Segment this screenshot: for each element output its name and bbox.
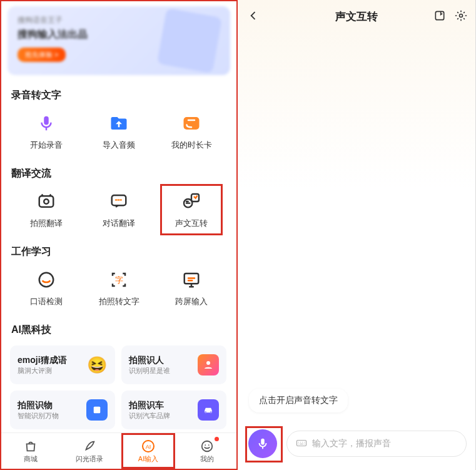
highlight-frame-icon — [245, 426, 283, 462]
card-sub: 智能识别万物 — [18, 411, 59, 421]
section-ai: AI黑科技 — [1, 316, 236, 345]
tab-quotes[interactable]: 闪光语录 — [60, 433, 119, 469]
section-record: 录音转文字 开始录音 导入音频 我的时长卡 — [1, 81, 236, 160]
card-sub: 脑洞大评测 — [18, 366, 67, 375]
section-title: AI黑科技 — [11, 324, 228, 337]
banner-cta-button[interactable]: 抢先体验 > — [18, 48, 66, 62]
tab-label: 闪光语录 — [76, 454, 103, 464]
svg-point-13 — [202, 441, 213, 451]
smile-icon — [200, 439, 215, 454]
keyboard-icon — [296, 437, 307, 451]
card-title: 拍照识人 — [129, 355, 170, 366]
start-record-button[interactable]: 开始录音 — [10, 107, 83, 156]
folder-icon — [106, 111, 131, 136]
card-sub: 识别明星是谁 — [129, 366, 170, 375]
gear-icon[interactable] — [454, 9, 468, 23]
screen-icon — [179, 267, 204, 292]
feather-icon — [82, 439, 97, 454]
bottom-tabbar: 商城 闪光语录 AI AI输入 我的 — [1, 432, 236, 469]
input-bar: 输入文字，播报声音 — [238, 426, 475, 461]
tab-mall[interactable]: 商城 — [1, 433, 60, 469]
highlight-frame-icon — [160, 184, 223, 235]
emoji-game-card[interactable]: emoji猜成语 脑洞大评测 😆 — [10, 345, 115, 384]
car-icon — [198, 399, 219, 421]
object-recog-card[interactable]: 拍照识物 智能识别万物 — [10, 391, 115, 429]
svg-point-6 — [39, 273, 54, 287]
input-placeholder: 输入文字，播报声音 — [312, 438, 391, 449]
import-audio-button[interactable]: 导入音频 — [83, 107, 155, 156]
section-title: 录音转文字 — [11, 89, 228, 102]
dialog-translate-button[interactable]: 对话翻译 — [83, 185, 155, 234]
svg-rect-14 — [435, 11, 443, 19]
cube-icon — [86, 399, 108, 421]
person-icon — [198, 354, 219, 375]
svg-point-9 — [206, 361, 210, 365]
section-title: 翻译交流 — [11, 167, 228, 180]
promo-banner[interactable]: 搜狗语音王子 搜狗输入法出品 抢先体验 > — [8, 6, 230, 75]
item-label: 对话翻译 — [103, 218, 135, 229]
item-label: 拍照转文字 — [99, 296, 139, 307]
conversation-area: 点击开启声音转文字 — [238, 33, 475, 420]
speaking-test-button[interactable]: 口语检测 — [10, 263, 83, 312]
item-label: 拍照翻译 — [30, 218, 63, 229]
section-work: 工作学习 口语检测 字 拍照转文字 跨屏输入 — [1, 238, 236, 316]
item-label: 导入音频 — [103, 140, 135, 151]
svg-rect-10 — [94, 407, 101, 414]
svg-point-15 — [460, 14, 463, 18]
camera-translate-icon — [34, 189, 59, 214]
item-label: 我的时长卡 — [171, 140, 212, 151]
microphone-icon — [34, 111, 59, 136]
svg-rect-1 — [39, 196, 54, 207]
tab-label: 商城 — [24, 454, 38, 464]
tab-ai-input[interactable]: AI AI输入 — [119, 433, 178, 469]
section-title: 工作学习 — [11, 245, 228, 258]
voice-text-convert-button[interactable]: 声文互转 — [155, 185, 228, 234]
svg-point-2 — [44, 199, 49, 204]
svg-rect-16 — [297, 440, 306, 446]
highlight-frame-icon — [121, 433, 175, 469]
svg-text:字: 字 — [115, 275, 123, 285]
card-sub: 识别汽车品牌 — [129, 411, 170, 421]
right-header: 声文互转 — [238, 0, 475, 33]
card-title: 拍照识车 — [129, 400, 170, 411]
item-label: 开始录音 — [30, 140, 63, 151]
ai-cards: emoji猜成语 脑洞大评测 😆 拍照识人 识别明星是谁 拍照识物 智能识别万物 — [1, 345, 236, 429]
text-input[interactable]: 输入文字，播报声音 — [286, 431, 467, 457]
face-recog-card[interactable]: 拍照识人 识别明星是谁 — [121, 345, 226, 384]
notification-dot-icon — [215, 437, 219, 441]
section-translate: 翻译交流 拍照翻译 对话翻译 声文互转 — [1, 160, 236, 238]
back-button[interactable] — [246, 9, 260, 23]
mouth-icon — [34, 267, 59, 292]
ocr-icon: 字 — [106, 267, 131, 292]
chat-icon — [106, 189, 131, 214]
tab-profile[interactable]: 我的 — [178, 433, 236, 469]
photo-translate-button[interactable]: 拍照翻译 — [10, 185, 83, 234]
duration-card-button[interactable]: 我的时长卡 — [155, 107, 228, 156]
car-recog-card[interactable]: 拍照识车 识别汽车品牌 — [121, 391, 226, 429]
item-label: 口语检测 — [30, 296, 63, 307]
card-title: 拍照识物 — [18, 400, 59, 411]
card-title: emoji猜成语 — [18, 355, 67, 366]
tab-label: 我的 — [200, 454, 214, 464]
right-app-screen: 声文互转 点击开启声音转文字 输入文字，播报声音 — [238, 0, 476, 470]
notes-icon[interactable] — [433, 9, 447, 23]
emoji-icon: 😆 — [86, 354, 108, 375]
card-icon — [179, 111, 204, 136]
cross-screen-button[interactable]: 跨屏输入 — [155, 263, 228, 312]
left-app-screen: 搜狗语音王子 搜狗输入法出品 抢先体验 > 录音转文字 开始录音 导入音频 — [0, 0, 238, 470]
item-label: 跨屏输入 — [175, 296, 208, 307]
page-title: 声文互转 — [335, 9, 378, 24]
bag-icon — [23, 439, 38, 454]
hint-bubble: 点击开启声音转文字 — [249, 389, 348, 412]
photo-ocr-button[interactable]: 字 拍照转文字 — [83, 263, 155, 312]
banner-decor-icon — [157, 8, 222, 73]
